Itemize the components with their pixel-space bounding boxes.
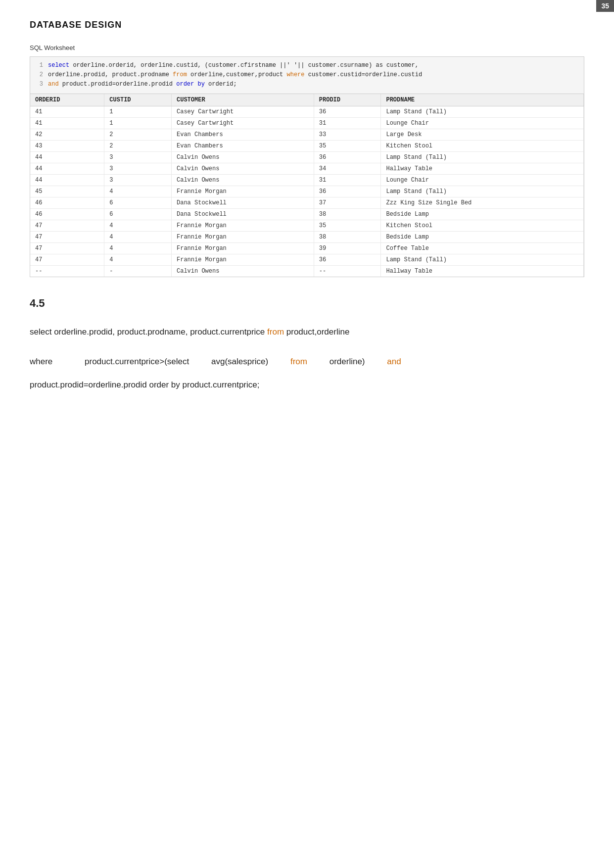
body-text-3: product.prodid=orderline.prodid order by…	[30, 378, 584, 393]
table-cell: 44	[30, 163, 104, 174]
table-cell: Frannie Morgan	[172, 254, 314, 265]
table-cell: 41	[30, 117, 104, 129]
sql-line-num-1: 1	[35, 61, 43, 70]
sql-line-num-2: 2	[35, 70, 43, 80]
sql-worksheet-label: SQL Worksheet	[30, 44, 584, 51]
table-cell: 47	[30, 231, 104, 242]
table-cell: 6	[104, 197, 172, 208]
table-cell: 39	[314, 242, 381, 254]
table-cell: 36	[314, 151, 381, 163]
table-cell: Frannie Morgan	[172, 231, 314, 242]
table-cell: 35	[314, 140, 381, 151]
table-cell: --	[314, 265, 381, 277]
table-row: ---Calvin Owens--Hallway Table	[30, 265, 584, 277]
table-cell: 2	[104, 129, 172, 140]
table-row: 474Frannie Morgan36Lamp Stand (Tall)	[30, 254, 584, 265]
table-cell: 46	[30, 208, 104, 220]
table-cell: 35	[314, 220, 381, 231]
sql-line-1: 1 select orderline.orderid, orderline.cu…	[35, 61, 579, 70]
table-cell: 42	[30, 129, 104, 140]
table-cell: 36	[314, 254, 381, 265]
table-cell: 37	[314, 197, 381, 208]
col-orderid: ORDERID	[30, 94, 104, 106]
sql-line-text-2: orderline.prodid, product.prodname from …	[48, 70, 422, 80]
table-cell: 4	[104, 242, 172, 254]
table-cell: Calvin Owens	[172, 174, 314, 186]
sql-line-2: 2 orderline.prodid, product.prodname fro…	[35, 70, 579, 80]
table-cell: Kitchen Stool	[381, 140, 584, 151]
table-cell: 31	[314, 174, 381, 186]
table-cell: 4	[104, 231, 172, 242]
table-cell: 44	[30, 151, 104, 163]
word-from: from	[290, 357, 307, 366]
table-cell: Hallway Table	[381, 163, 584, 174]
table-cell: -	[104, 265, 172, 277]
table-cell: Hallway Table	[381, 265, 584, 277]
word-and: and	[387, 357, 401, 366]
table-cell: 34	[314, 163, 381, 174]
table-cell: Calvin Owens	[172, 163, 314, 174]
table-cell: 4	[104, 254, 172, 265]
table-cell: Bedside Lamp	[381, 231, 584, 242]
section-number: 4.5	[30, 297, 584, 310]
sql-code-block: 1 select orderline.orderid, orderline.cu…	[30, 56, 584, 94]
table-cell: 1	[104, 106, 172, 117]
table-row: 466Dana Stockwell38Bedside Lamp	[30, 208, 584, 220]
table-cell: 41	[30, 106, 104, 117]
table-row: 474Frannie Morgan39Coffee Table	[30, 242, 584, 254]
page-title: DATABASE DESIGN	[30, 20, 584, 30]
table-cell: 36	[314, 186, 381, 197]
table-cell: Frannie Morgan	[172, 242, 314, 254]
results-scroll[interactable]: ▲ ORDERID CUSTID CUSTOMER PRODID PRODNAM…	[30, 94, 584, 277]
table-cell: 38	[314, 231, 381, 242]
table-cell: 47	[30, 220, 104, 231]
results-table: ORDERID CUSTID CUSTOMER PRODID PRODNAME …	[30, 94, 584, 277]
table-cell: 3	[104, 163, 172, 174]
word-part1: product.currentprice>(select	[85, 357, 189, 366]
col-customer: CUSTOMER	[172, 94, 314, 106]
word-part2: avg(salesprice)	[211, 357, 268, 366]
table-cell: Lamp Stand (Tall)	[381, 254, 584, 265]
body-text-2: where product.currentprice>(select avg(s…	[30, 351, 584, 373]
results-container: ▲ ORDERID CUSTID CUSTOMER PRODID PRODNAM…	[30, 94, 584, 277]
table-cell: Kitchen Stool	[381, 220, 584, 231]
table-row: 443Calvin Owens34Hallway Table	[30, 163, 584, 174]
table-cell: Lamp Stand (Tall)	[381, 106, 584, 117]
table-row: 466Dana Stockwell37Zzz King Size Single …	[30, 197, 584, 208]
body-text-1: select orderline.prodid, product.prodnam…	[30, 325, 584, 340]
table-cell: Calvin Owens	[172, 265, 314, 277]
table-cell: Zzz King Size Single Bed	[381, 197, 584, 208]
table-cell: 2	[104, 140, 172, 151]
table-row: 411Casey Cartwright36Lamp Stand (Tall)	[30, 106, 584, 117]
table-cell: Large Desk	[381, 129, 584, 140]
table-row: 432Evan Chambers35Kitchen Stool	[30, 140, 584, 151]
table-cell: 6	[104, 208, 172, 220]
table-cell: 43	[30, 140, 104, 151]
word-where: where	[30, 357, 52, 366]
table-cell: Casey Cartwright	[172, 117, 314, 129]
table-cell: 33	[314, 129, 381, 140]
table-cell: Casey Cartwright	[172, 106, 314, 117]
sql-line-text-3: and product.prodid=orderline.prodid orde…	[48, 80, 237, 89]
table-cell: 4	[104, 220, 172, 231]
table-row: 411Casey Cartwright31Lounge Chair	[30, 117, 584, 129]
table-row: 474Frannie Morgan38Bedside Lamp	[30, 231, 584, 242]
table-cell: Lamp Stand (Tall)	[381, 186, 584, 197]
word-part3: orderline)	[330, 357, 365, 366]
table-cell: Frannie Morgan	[172, 220, 314, 231]
table-cell: Dana Stockwell	[172, 208, 314, 220]
table-cell: Evan Chambers	[172, 129, 314, 140]
sql-line-text-1: select orderline.orderid, orderline.cust…	[48, 61, 419, 70]
table-cell: 44	[30, 174, 104, 186]
table-cell: Calvin Owens	[172, 151, 314, 163]
table-cell: Frannie Morgan	[172, 186, 314, 197]
table-row: 474Frannie Morgan35Kitchen Stool	[30, 220, 584, 231]
sql-line-3: 3 and product.prodid=orderline.prodid or…	[35, 80, 579, 89]
sql-line-num-3: 3	[35, 80, 43, 89]
table-cell: Lounge Chair	[381, 174, 584, 186]
col-custid: CUSTID	[104, 94, 172, 106]
table-cell: 3	[104, 174, 172, 186]
table-cell: 38	[314, 208, 381, 220]
table-cell: Coffee Table	[381, 242, 584, 254]
table-cell: Lamp Stand (Tall)	[381, 151, 584, 163]
